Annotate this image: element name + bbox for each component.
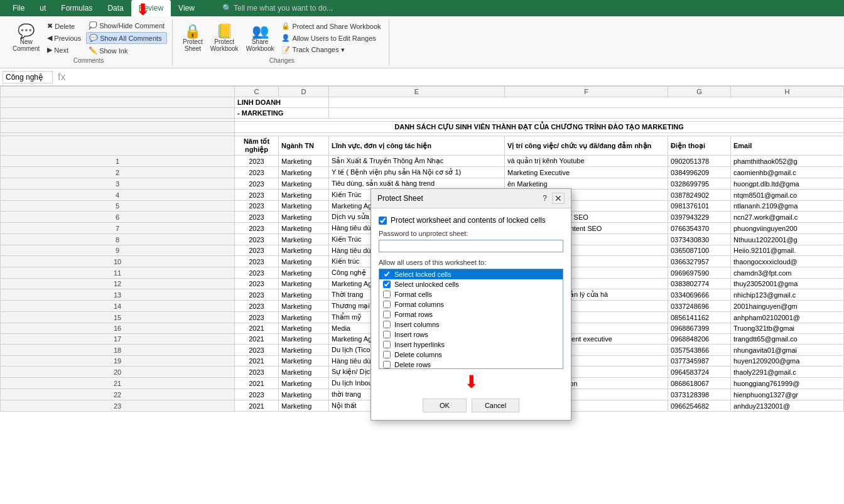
perm-format-columns-cb[interactable] — [383, 301, 391, 308]
cell-major-17[interactable]: Marketing — [279, 345, 329, 356]
cell-year-14[interactable]: 2023 — [235, 312, 279, 323]
perm-delete-rows[interactable]: Delete rows — [379, 360, 563, 369]
perm-format-columns[interactable]: Format columns — [379, 299, 563, 309]
cell-year-11[interactable]: 2023 — [235, 279, 279, 289]
cell-phone-22[interactable]: 0966254682 — [668, 400, 731, 412]
cell-major-20[interactable]: Marketing — [279, 378, 329, 389]
perm-insert-rows[interactable]: Insert rows — [379, 330, 563, 340]
cell-major-19[interactable]: Marketing — [279, 367, 329, 378]
cell-major-22[interactable]: Marketing — [279, 400, 329, 412]
cell-email-9[interactable]: thaongocxxxicloud@ — [731, 256, 844, 267]
show-hide-comment-button[interactable]: 💭 Show/Hide Comment — [86, 20, 167, 31]
cell-year-0[interactable]: 2023 — [235, 156, 279, 167]
dialog-help-button[interactable]: ? — [543, 194, 547, 203]
protect-share-button[interactable]: 🔒 Protect and Share Workbook — [279, 21, 383, 31]
cell-phone-10[interactable]: 0969697590 — [668, 267, 731, 279]
cell-phone-21[interactable]: 0373128398 — [668, 389, 731, 400]
tab-file[interactable]: File — [5, 0, 32, 16]
col-header-h[interactable]: H — [731, 87, 844, 97]
cell-year-4[interactable]: 2023 — [235, 201, 279, 212]
cell-email-14[interactable]: anhpham02102001@ — [731, 312, 844, 323]
cell-major-8[interactable]: Marketing — [279, 245, 329, 256]
cell-year-21[interactable]: 2023 — [235, 389, 279, 400]
cell-email-20[interactable]: huonggiang761999@ — [731, 378, 844, 389]
cell-major-7[interactable]: Marketing — [279, 234, 329, 245]
cell-email-21[interactable]: hienphuong1327@gr — [731, 389, 844, 400]
cell-phone-13[interactable]: 0337248696 — [668, 301, 731, 312]
protect-worksheet-checkbox[interactable] — [379, 217, 387, 225]
perm-select-locked[interactable]: Select locked cells — [379, 269, 563, 279]
cell-field-1[interactable]: Y tế ( Bệnh viện phụ sản Hà Nội cơ sở 1) — [329, 167, 505, 178]
perm-insert-hyperlinks[interactable]: Insert hyperlinks — [379, 340, 563, 350]
cell-major-11[interactable]: Marketing — [279, 279, 329, 289]
cell-field-2[interactable]: Tiêu dùng, sản xuất & hàng trend — [329, 178, 505, 190]
cell-email-13[interactable]: 2001hainguyen@gm — [731, 301, 844, 312]
cell-email-8[interactable]: Heiio.92101@gmail. — [731, 245, 844, 256]
cell-email-0[interactable]: phamthithaok052@g — [731, 156, 844, 167]
cell-email-6[interactable]: phuongviinguyen200 — [731, 223, 844, 234]
cell-phone-20[interactable]: 0868618067 — [668, 378, 731, 389]
perm-select-unlocked[interactable]: Select unlocked cells — [379, 279, 563, 289]
cell-phone-17[interactable]: 0357543866 — [668, 345, 731, 356]
cell-major-3[interactable]: Marketing — [279, 190, 329, 201]
tab-review[interactable]: Review — [131, 0, 171, 16]
perm-insert-columns-cb[interactable] — [383, 321, 391, 328]
cell-email-19[interactable]: thaoly2291@gmail.c — [731, 367, 844, 378]
dialog-ok-button[interactable]: OK — [423, 399, 467, 412]
cell-email-17[interactable]: nhungavita01@gmai — [731, 345, 844, 356]
dialog-cancel-button[interactable]: Cancel — [472, 399, 519, 412]
protect-sheet-button[interactable]: 🔒 ProtectSheet — [180, 23, 205, 53]
cell-email-18[interactable]: huyen1209200@gma — [731, 356, 844, 367]
cell-major-5[interactable]: Marketing — [279, 212, 329, 223]
perm-delete-columns-cb[interactable] — [383, 351, 391, 358]
tab-home[interactable]: ut — [32, 0, 53, 16]
cell-email-12[interactable]: nhichip123@gmail.c — [731, 289, 844, 301]
show-ink-button[interactable]: ✏️ Show Ink — [86, 45, 167, 56]
new-comment-button[interactable]: 💬 NewComment — [10, 23, 42, 53]
password-input[interactable] — [379, 240, 563, 252]
protect-workbook-button[interactable]: 📒 ProtectWorkbook — [208, 23, 241, 53]
cell-year-2[interactable]: 2023 — [235, 178, 279, 190]
cell-major-13[interactable]: Marketing — [279, 301, 329, 312]
cell-position-2[interactable]: ên Marketing — [505, 178, 668, 190]
tab-data[interactable]: Data — [100, 0, 131, 16]
cell-phone-0[interactable]: 0902051378 — [668, 156, 731, 167]
previous-comment-button[interactable]: ◀ Previous — [45, 33, 84, 43]
track-changes-button[interactable]: 📝 Track Changes ▾ — [279, 45, 383, 55]
cell-year-6[interactable]: 2023 — [235, 223, 279, 234]
cell-year-10[interactable]: 2023 — [235, 267, 279, 279]
cell-major-1[interactable]: Marketing — [279, 167, 329, 178]
perm-format-cells[interactable]: Format cells — [379, 289, 563, 299]
cell-phone-18[interactable]: 0377345987 — [668, 356, 731, 367]
allow-users-button[interactable]: 👤 Allow Users to Edit Ranges — [279, 33, 383, 43]
cell-email-10[interactable]: chamdn3@fpt.com — [731, 267, 844, 279]
cell-major-2[interactable]: Marketing — [279, 178, 329, 190]
cell-year-22[interactable]: 2021 — [235, 400, 279, 412]
perm-insert-hyperlinks-cb[interactable] — [383, 341, 391, 348]
cell-phone-12[interactable]: 0334069666 — [668, 289, 731, 301]
cell-phone-3[interactable]: 0387824902 — [668, 190, 731, 201]
perm-insert-columns[interactable]: Insert columns — [379, 319, 563, 330]
cell-year-18[interactable]: 2021 — [235, 356, 279, 367]
cell-phone-16[interactable]: 0968848206 — [668, 334, 731, 345]
col-header-c[interactable]: C — [235, 87, 279, 97]
cell-year-12[interactable]: 2023 — [235, 289, 279, 301]
cell-phone-14[interactable]: 0856141162 — [668, 312, 731, 323]
cell-email-15[interactable]: Truong321tb@gmai — [731, 323, 844, 334]
perm-delete-rows-cb[interactable] — [383, 361, 391, 368]
cell-major-12[interactable]: Marketing — [279, 289, 329, 301]
cell-phone-7[interactable]: 0373430830 — [668, 234, 731, 245]
show-all-comments-button[interactable]: 💬 Show All Comments — [86, 32, 167, 44]
cell-phone-9[interactable]: 0366327957 — [668, 256, 731, 267]
perm-format-cells-cb[interactable] — [383, 291, 391, 298]
cell-year-19[interactable]: 2023 — [235, 367, 279, 378]
perm-insert-rows-cb[interactable] — [383, 331, 391, 338]
tab-view[interactable]: View — [171, 0, 202, 16]
cell-major-6[interactable]: Marketing — [279, 223, 329, 234]
cell-email-3[interactable]: ntqm8501@gmail.co — [731, 190, 844, 201]
cell-year-9[interactable]: 2023 — [235, 256, 279, 267]
col-header-e[interactable]: E — [329, 87, 505, 97]
perm-delete-columns[interactable]: Delete columns — [379, 350, 563, 360]
cell-year-8[interactable]: 2023 — [235, 245, 279, 256]
perm-select-unlocked-cb[interactable] — [383, 281, 391, 288]
